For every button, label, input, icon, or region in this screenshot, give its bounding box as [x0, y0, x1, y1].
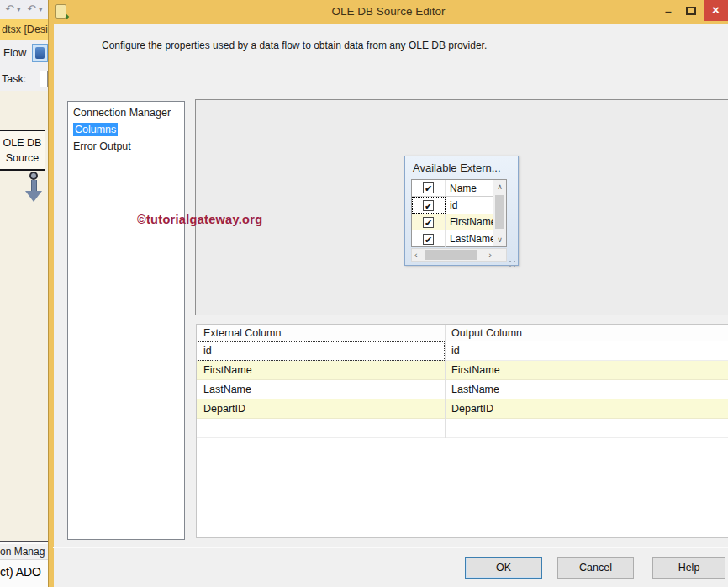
- available-columns-grid: ✔ Name ✔ id ✔ FirstName ✔ LastName ∧ ∨: [411, 179, 507, 247]
- grid-header-name[interactable]: Name: [446, 180, 493, 196]
- pages-listbox: Connection Manager Columns Error Output: [67, 101, 185, 540]
- connection-managers-header[interactable]: on Manag: [0, 544, 48, 560]
- cell-external[interactable]: FirstName: [197, 361, 445, 379]
- grid-row-lastname: ✔ LastName: [412, 230, 493, 247]
- table-row-empty[interactable]: [197, 419, 728, 438]
- data-flow-icon[interactable]: [32, 44, 48, 62]
- vertical-scrollbar[interactable]: ∧ ∨: [493, 180, 506, 246]
- table-row: id id: [197, 341, 728, 361]
- document-tab[interactable]: dtsx [Desig: [0, 19, 48, 40]
- undo-icon[interactable]: ↶: [5, 3, 14, 15]
- dropdown-caret-icon[interactable]: ▾: [17, 5, 21, 13]
- scroll-up-icon[interactable]: ∧: [493, 182, 506, 191]
- grid-row-id: ✔ id: [412, 197, 493, 214]
- grid-cell-firstname[interactable]: FirstName: [446, 214, 493, 230]
- cell-output[interactable]: FirstName: [445, 361, 728, 379]
- cell-external[interactable]: LastName: [197, 380, 445, 399]
- horizontal-scroll-thumb[interactable]: [425, 250, 477, 260]
- output-arrow-stem: [31, 180, 37, 191]
- mapping-table-header: External Column Output Column: [197, 325, 728, 341]
- component-title-line2: Source: [0, 151, 45, 166]
- checkbox-firstname[interactable]: ✔: [423, 217, 434, 228]
- task-combobox[interactable]: [40, 71, 48, 87]
- grid-cell-lastname[interactable]: LastName: [446, 230, 493, 247]
- connection-managers-pane: on Manag ct) ADO: [0, 541, 48, 587]
- ole-db-source-component[interactable]: OLE DB Source: [0, 130, 45, 171]
- maximize-button[interactable]: [686, 7, 696, 15]
- cell-output[interactable]: LastName: [445, 380, 728, 399]
- header-external-column[interactable]: External Column: [197, 325, 445, 341]
- output-connector-dot[interactable]: [29, 172, 38, 180]
- nav-item-columns[interactable]: Columns: [68, 121, 184, 138]
- help-button[interactable]: Help: [652, 557, 725, 579]
- table-row: DepartID DepartID: [197, 399, 728, 419]
- resize-grip[interactable]: [514, 261, 515, 262]
- cell-output[interactable]: id: [445, 341, 728, 360]
- screen: ↶ ▾ ↶ ▾ dtsx [Desig Flow Task: OLE DB So…: [0, 0, 728, 587]
- available-external-columns-popup[interactable]: Available Extern... ✔ Name ✔ id ✔ FirstN…: [404, 156, 519, 266]
- grid-header-row: ✔ Name: [412, 180, 493, 197]
- background-toolbar: ↶ ▾ ↶ ▾: [0, 0, 48, 19]
- popup-title: Available Extern...: [413, 161, 501, 174]
- checkbox-lastname[interactable]: ✔: [423, 234, 434, 245]
- grid-row-firstname: ✔ FirstName: [412, 214, 493, 230]
- horizontal-scrollbar[interactable]: ‹ ›: [411, 248, 507, 262]
- dialog-title: OLE DB Source Editor: [49, 0, 728, 24]
- cell-output[interactable]: DepartID: [445, 399, 728, 418]
- output-arrow-icon[interactable]: [25, 191, 42, 202]
- table-row: FirstName FirstName: [197, 361, 728, 380]
- footer-separator-highlight: [53, 547, 728, 548]
- cancel-button[interactable]: Cancel: [557, 557, 634, 579]
- nav-item-error-output[interactable]: Error Output: [68, 138, 184, 155]
- nav-item-label-selected: Columns: [73, 123, 118, 136]
- dialog-description: Configure the properties used by a data …: [102, 40, 487, 51]
- column-mapping-table: External Column Output Column id id Firs…: [196, 324, 728, 538]
- cell-external[interactable]: DepartID: [197, 399, 445, 418]
- nav-item-label: Connection Manager: [73, 107, 171, 119]
- scroll-left-icon[interactable]: ‹: [414, 249, 418, 261]
- watermark: ©tutorialgateway.org: [137, 213, 262, 226]
- designer-tab-strip: Flow: [0, 40, 48, 67]
- data-flow-glyph: [35, 47, 45, 59]
- grid-cell-id[interactable]: id: [446, 197, 493, 214]
- close-button[interactable]: ×: [704, 0, 728, 21]
- task-label: Task:: [2, 73, 26, 85]
- vertical-scroll-thumb[interactable]: [495, 195, 504, 229]
- connection-manager-item[interactable]: ct) ADO: [0, 565, 41, 579]
- checkbox-id[interactable]: ✔: [423, 200, 434, 211]
- redo-icon[interactable]: ↶: [27, 3, 36, 15]
- scroll-down-icon[interactable]: ∨: [493, 235, 506, 244]
- data-flow-tab[interactable]: Flow: [3, 46, 26, 59]
- component-title-line1: OLE DB: [0, 135, 45, 151]
- minimize-button[interactable]: –: [662, 5, 674, 19]
- dropdown-caret-icon[interactable]: ▾: [39, 5, 43, 13]
- select-all-checkbox[interactable]: ✔: [423, 182, 434, 193]
- nav-item-connection-manager[interactable]: Connection Manager: [68, 104, 184, 121]
- column-divider: [445, 325, 446, 438]
- dialog-titlebar[interactable]: OLE DB Source Editor – ×: [49, 0, 728, 24]
- cell-external[interactable]: id: [197, 341, 445, 360]
- ok-button[interactable]: OK: [465, 557, 542, 579]
- table-row: LastName LastName: [197, 380, 728, 399]
- scroll-right-icon[interactable]: ›: [488, 249, 492, 261]
- header-output-column[interactable]: Output Column: [445, 325, 728, 341]
- task-row: Task:: [0, 67, 48, 91]
- nav-item-label: Error Output: [73, 140, 131, 152]
